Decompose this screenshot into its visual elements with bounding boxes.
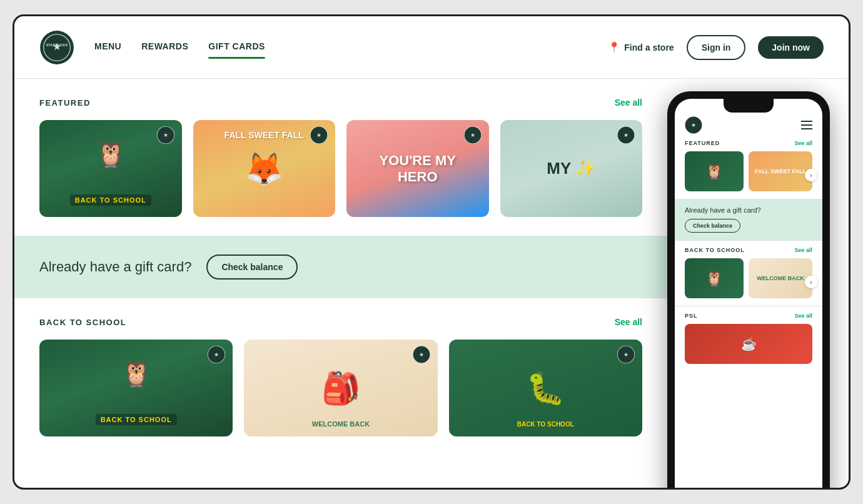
check-balance-button[interactable]: Check balance [206, 255, 298, 280]
find-store-label: Find a store [624, 43, 674, 53]
card-starbucks-logo-2: ★ [310, 126, 328, 144]
phone-bts-header: BACK TO SCHOOL See all [675, 241, 822, 258]
header: ★ STARBUCKS Menu Rewards Gift Cards 📍 Fi… [14, 16, 849, 79]
sign-in-button[interactable]: Sign in [687, 35, 746, 60]
svg-text:★: ★ [163, 132, 168, 138]
phone-screen: ★ FEATURED See all 🦉 FALL [675, 99, 822, 488]
svg-text:★: ★ [316, 132, 321, 138]
nav-item-rewards[interactable]: Rewards [141, 41, 188, 54]
bts-section-header: BACK TO SCHOOL See all [39, 317, 642, 327]
gift-card-youre-my-hero[interactable]: ★ [346, 120, 489, 217]
card-starbucks-logo-1: ★ [157, 126, 174, 144]
featured-header: FEATURED See all [39, 98, 642, 108]
phone-balance-text: Already have a gift card? [685, 206, 812, 214]
bts-cards-grid: ★ ★ [39, 340, 642, 436]
svg-text:STARBUCKS: STARBUCKS [46, 43, 68, 46]
phone-bts-see-all[interactable]: See all [794, 247, 812, 253]
app-frame: ★ STARBUCKS Menu Rewards Gift Cards 📍 Fi… [13, 14, 850, 490]
phone-psl-header: PSL See all [675, 306, 822, 324]
phone-card-1[interactable]: 🦉 [685, 151, 744, 191]
balance-banner: Already have a gift card? Check balance [14, 236, 667, 298]
svg-text:★: ★ [214, 351, 219, 358]
phone-featured-header: FEATURED See all [675, 140, 822, 151]
balance-banner-text: Already have a gift card? [39, 259, 191, 275]
bts-card-starbucks-logo-3: ★ [617, 346, 635, 363]
phone-bts-arrow[interactable]: › [805, 276, 817, 288]
gift-card-my[interactable]: ★ [500, 120, 643, 217]
phone-bts-card-2[interactable]: WELCOME BACK [749, 258, 812, 298]
back-to-school-section: BACK TO SCHOOL See all ★ [14, 298, 667, 455]
starbucks-logo[interactable]: ★ STARBUCKS [39, 30, 74, 65]
card-starbucks-logo-3: ★ [464, 126, 482, 144]
location-icon: 📍 [608, 41, 620, 53]
find-store-link[interactable]: 📍 Find a store [608, 41, 674, 53]
phone-bts-title: BACK TO SCHOOL [685, 247, 745, 253]
phone-check-balance-button[interactable]: Check balance [685, 219, 740, 233]
featured-cards-grid: ★ ★ [39, 120, 642, 217]
nav-item-menu[interactable]: Menu [94, 41, 121, 54]
nav-item-giftcards[interactable]: Gift Cards [208, 41, 265, 54]
phone-notch [724, 99, 774, 113]
phone-balance-banner: Already have a gift card? Check balance [675, 199, 822, 240]
header-actions: 📍 Find a store Sign in Join now [608, 35, 824, 60]
phone-featured-title: FEATURED [685, 140, 720, 146]
bts-see-all[interactable]: See all [615, 317, 642, 327]
featured-title: FEATURED [39, 98, 91, 108]
bts-card-starbucks-logo-1: ★ [208, 346, 225, 363]
bts-card-starbucks-logo-2: ★ [413, 346, 430, 363]
phone-psl-cards: ☕ [675, 324, 822, 371]
svg-text:★: ★ [623, 351, 628, 358]
svg-text:★: ★ [623, 132, 628, 138]
phone-psl-card-1[interactable]: ☕ [685, 324, 812, 364]
card-starbucks-logo-4: ★ [617, 126, 635, 144]
featured-see-all[interactable]: See all [615, 98, 642, 108]
phone-featured-arrow[interactable]: › [805, 169, 817, 181]
gift-card-fall-sweet-fall[interactable]: ★ [193, 120, 336, 217]
bts-gift-card-worm[interactable]: ★ [449, 340, 642, 436]
svg-text:★: ★ [419, 351, 424, 358]
phone-bts-cards: 🦉 WELCOME BACK › [675, 258, 822, 306]
phone-featured-see-all[interactable]: See all [794, 140, 812, 146]
phone-psl-title: PSL [685, 313, 698, 319]
bts-gift-card-owl[interactable]: ★ [39, 340, 233, 436]
phone-outer: ★ FEATURED See all 🦉 FALL [667, 91, 830, 488]
phone-menu-icon[interactable] [801, 121, 812, 129]
phone-psl-see-all[interactable]: See all [794, 313, 812, 319]
phone-card-2[interactable]: FALL SWEET FALL [749, 151, 812, 191]
phone-starbucks-logo: ★ [685, 116, 702, 134]
bts-gift-card-backpack[interactable]: ★ [244, 340, 437, 436]
gift-card-back-school-owl[interactable]: ★ [39, 120, 182, 217]
featured-section: FEATURED See all ★ [14, 79, 667, 236]
phone-mockup: ★ FEATURED See all 🦉 FALL [667, 91, 830, 475]
svg-text:★: ★ [470, 132, 475, 138]
join-now-button[interactable]: Join now [758, 36, 824, 59]
phone-bts-card-1[interactable]: 🦉 [685, 258, 744, 298]
phone-featured-cards: 🦉 FALL SWEET FALL › [675, 151, 822, 199]
svg-text:★: ★ [691, 122, 696, 128]
bts-section-title: BACK TO SCHOOL [39, 318, 126, 327]
main-nav: Menu Rewards Gift Cards [94, 41, 608, 54]
